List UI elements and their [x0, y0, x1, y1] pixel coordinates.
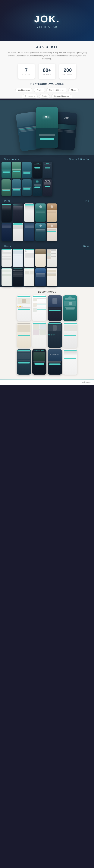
menu-ph-4 [1, 223, 12, 241]
ecommerce-section: Ecommerces [0, 287, 94, 379]
menu-profile-labels: Menu Profile [1, 198, 93, 204]
watermark-text: gfxtra.com [82, 381, 91, 383]
profile-ph-1 [35, 204, 46, 222]
phone-inner-center: JOK. [36, 107, 58, 148]
tags-row-2: Ecommerce Social News & Magazine [4, 94, 90, 98]
profile-label: Profile [80, 198, 92, 203]
tag-news[interactable]: News & Magazine [51, 94, 72, 98]
profile-ph-3 [35, 223, 46, 241]
menu-phones-row [1, 204, 93, 222]
stat-number-category: 7 [25, 67, 28, 73]
logo: JOK. [34, 13, 60, 25]
ecom-ph-11: BLACK PANEL [48, 349, 62, 375]
ecom-title: Ecommerces [3, 290, 91, 293]
social-news-section: Social News [0, 242, 94, 287]
walk-ph-6 [22, 179, 32, 196]
stat-number-screen: 80+ [43, 67, 51, 73]
signin-ph-2: JOK. [43, 162, 52, 179]
ecom-ph-5 [17, 322, 31, 348]
walk-ph-5 [12, 179, 21, 196]
tag-ecommerce[interactable]: Ecommerce [22, 94, 37, 98]
stat-label-screen: SCREEN [43, 73, 51, 75]
news-ph-4 [46, 268, 57, 286]
phone-center: JOK. [36, 107, 58, 148]
news-ph-3 [35, 268, 46, 286]
walk-ph-1 [1, 162, 11, 179]
showcase-area: JOK. JOK. [0, 100, 94, 155]
tag-profile[interactable]: Profile [34, 88, 45, 92]
ecom-ph-7 [48, 322, 62, 348]
content-area: JOK UI KIT Jok Mobile UI Kit is a multi-… [0, 41, 94, 98]
kit-title: JOK UI KIT [4, 45, 90, 49]
ecom-row1: JOK. [3, 296, 91, 321]
signin-ph-1: JOK. [33, 162, 42, 179]
walk-ph-2 [12, 162, 21, 179]
section-labels-row: Walkthrough Sign In & Sign Up [1, 156, 93, 162]
kit-description: Jok Mobile UI Kit is a multi-purpose UI … [4, 51, 90, 60]
social-news-row2 [1, 268, 93, 286]
hero-subtitle: Mobile Ui Kit [36, 25, 58, 28]
stat-label-category: CATEGORY [21, 73, 32, 75]
news-ph-1 [35, 249, 46, 267]
signin-ph-3: JOK [33, 179, 42, 196]
social-news-labels: Social News [1, 243, 93, 249]
social-ph-6 [24, 268, 34, 286]
category-title: 7 CATEGORY AVAILABLE [4, 83, 90, 85]
walkthrough-section: Walkthrough Sign In & Sign Up JOK. [0, 155, 94, 197]
stat-label-element: UI ELEMENT [62, 73, 74, 75]
menu-ph-5 [13, 223, 23, 241]
social-row1 [1, 249, 93, 267]
social-ph-3 [24, 249, 34, 267]
social-ph-2 [13, 249, 23, 267]
stat-element: 200 UI ELEMENT [59, 64, 76, 79]
all-screens-section: Walkthrough Sign In & Sign Up JOK. [0, 155, 94, 287]
ecom-ph-9 [17, 349, 31, 375]
menu-profile-section: Menu Profile [0, 197, 94, 242]
ecom-ph-8 [63, 322, 77, 348]
menu-row2 [1, 223, 93, 241]
menu-ph-3 [24, 204, 34, 222]
social-ph-5 [13, 268, 23, 286]
social-ph-1 [1, 249, 12, 267]
ecom-row3: DIGITAL BAG BLACK PANEL [3, 349, 91, 375]
ecom-ph-1 [17, 296, 31, 321]
signin-label: Sign In & Sign Up [67, 156, 92, 161]
social-ph-4 [1, 268, 12, 286]
walk-ph-4 [1, 179, 11, 196]
news-label: News [82, 243, 92, 248]
ecom-ph-10: DIGITAL BAG [32, 349, 46, 375]
logo-text: JOK. [34, 13, 60, 25]
profile-ph-4 [46, 223, 57, 241]
hero-section: JOK. Mobile Ui Kit [0, 0, 94, 41]
ecom-ph-4: JOK. [63, 296, 77, 321]
news-ph-2 [46, 249, 57, 267]
ecom-ph-12 [63, 349, 77, 375]
signin-ph-4: Sign Up [43, 179, 52, 196]
social-label: Social [2, 243, 13, 248]
menu-ph-6 [24, 223, 34, 241]
ecom-ph-6 [32, 322, 46, 348]
hero-phones: JOK. JOK. [0, 104, 94, 151]
tag-walkthroughs[interactable]: Walkthroughs [15, 88, 32, 92]
menu-label: Menu [2, 198, 12, 203]
ecom-ph-3 [48, 296, 62, 321]
menu-ph-1 [1, 204, 12, 222]
ecom-ph-2 [32, 296, 46, 321]
walkthrough-phones-row: JOK. JOK. [1, 162, 93, 179]
stat-screen: 80+ SCREEN [38, 64, 56, 79]
stat-category: 7 CATEGORY [18, 64, 35, 79]
ecom-row2 [3, 322, 91, 348]
stats-row: 7 CATEGORY 80+ SCREEN 200 UI ELEMENT [4, 64, 90, 79]
footer-watermark: gfxtra.com [0, 379, 94, 385]
walkthrough-label: Walkthrough [2, 156, 21, 161]
menu-ph-2 [13, 204, 23, 222]
walkthrough-row2: JOK Sign Up [1, 179, 93, 196]
tag-signin[interactable]: Sign In & Sign Up [46, 88, 67, 92]
tag-social[interactable]: Social [39, 94, 50, 98]
tag-menu[interactable]: Menu [68, 88, 79, 92]
walk-ph-3 [22, 162, 32, 179]
profile-ph-2 [46, 204, 57, 222]
tags-row: Walkthroughs Profile Sign In & Sign Up M… [4, 88, 90, 92]
stat-number-element: 200 [64, 67, 72, 73]
